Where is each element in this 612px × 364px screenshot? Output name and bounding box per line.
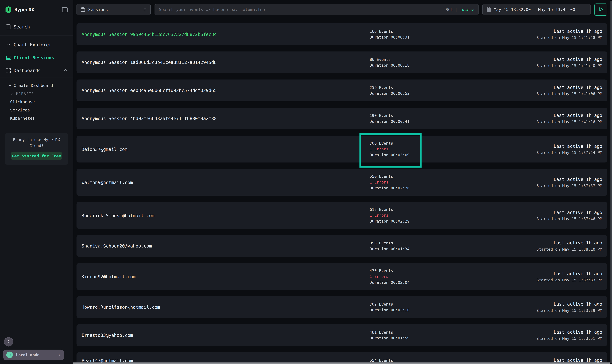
session-times: Last active 1h ago Started on May 15 1:3… [485, 143, 602, 155]
sidebar-item-client-sessions[interactable]: Client Sessions [0, 51, 73, 64]
session-last-active: Last active 1h ago [485, 112, 602, 119]
session-row[interactable]: Ernesto33@yahoo.com 481 Events Duration … [77, 324, 607, 346]
session-row[interactable]: Shaniya.Schoen20@yahoo.com 393 Events Du… [77, 235, 607, 257]
session-duration: Duration 00:00:31 [370, 34, 485, 40]
search-mode-lucene[interactable]: Lucene [459, 7, 474, 12]
sidebar-item-search[interactable]: Search [0, 22, 73, 32]
sidebar-item-label: Client Sessions [14, 55, 54, 60]
cloud-promo-text: Ready to use HyperDX Cloud? [8, 137, 65, 148]
session-stats: 706 Events 1 Errors Duration 00:03:09 [370, 140, 485, 158]
brand-name: HyperDX [14, 7, 62, 13]
session-title: Walton9@hotmail.com [82, 180, 370, 185]
session-started: Started on May 15 1:37:24 PM [485, 150, 602, 155]
session-row[interactable]: Anonymous Session ee03c95e0b68cffd92bc57… [77, 79, 607, 101]
session-errors: 1 Errors [370, 273, 485, 279]
session-times: Last active 1h ago Started on May 15 1:3… [485, 329, 602, 341]
session-times: Last active 1h ago Started on May 15 1:3… [485, 301, 602, 313]
chevron-up-icon[interactable] [64, 69, 68, 72]
vertical-scrollbar[interactable] [611, 1, 612, 363]
session-last-active: Last active 1h ago [485, 143, 602, 150]
session-title: Anonymous Session 1ad066d3c3b41cea381127… [82, 60, 370, 65]
session-times: Last active 1h ago Started on May 15 1:4… [485, 112, 602, 125]
sidebar-item-chart-explorer[interactable]: Chart Explorer [0, 38, 73, 51]
panel-collapse-icon[interactable] [62, 7, 68, 13]
session-title: Anonymous Session 4bd02fe6643aaf44e711f6… [82, 116, 370, 121]
session-events: 86 Events [370, 57, 485, 62]
create-dashboard-label: + Create Dashboard [9, 83, 53, 88]
local-mode-button[interactable]: U Local mode › [3, 350, 64, 360]
session-stats: 702 Events Duration 00:03:10 [370, 301, 485, 313]
session-errors: 1 Errors [370, 146, 485, 152]
search-input[interactable]: Search your events w/ Lucene ex. column:… [154, 4, 478, 15]
source-select[interactable]: Sessions [77, 4, 151, 15]
session-duration: Duration 00:02:26 [370, 185, 485, 191]
horizontal-scrollbar[interactable] [73, 363, 610, 364]
session-last-active: Last active 1h ago [485, 270, 602, 277]
document-list-icon [5, 24, 11, 30]
session-times: Last active 1h ago Started on May 15 1:3… [485, 176, 602, 188]
session-row[interactable]: Walton9@hotmail.com 550 Events 1 Errors … [77, 169, 607, 196]
sidebar-item-dashboards[interactable]: Dashboards [0, 64, 73, 77]
session-started: Started on May 15 1:33:51 PM [485, 336, 602, 341]
session-errors: 1 Errors [370, 179, 485, 185]
session-events: 550 Events [370, 173, 485, 179]
session-last-active: Last active 1h ago [485, 209, 602, 216]
source-select-value: Sessions [88, 7, 143, 12]
session-row[interactable]: Anonymous Session 1ad066d3c3b41cea381127… [77, 52, 607, 73]
session-stats: 618 Events 1 Errors Duration 00:02:29 [370, 207, 485, 224]
app-viewport: HyperDX Search [0, 0, 612, 364]
session-duration: Duration 00:01:59 [370, 335, 485, 341]
session-events: 481 Events [370, 329, 485, 335]
session-row[interactable]: Pearl43@hotmail.com 554 Events Last acti… [77, 352, 607, 364]
search-placeholder: Search your events w/ Lucene ex. column:… [159, 7, 446, 12]
presets-toggle[interactable]: PRESETS [0, 90, 73, 97]
session-events: 618 Events [370, 207, 485, 212]
search-mode-divider: | [455, 7, 458, 12]
session-duration: Duration 00:00:52 [370, 91, 485, 96]
up-down-chevrons-icon [143, 7, 147, 12]
session-started: Started on May 15 1:41:06 PM [485, 91, 602, 97]
session-title: Anonymous Session 9959c464b13dc7637327d8… [82, 32, 370, 37]
session-duration: Duration 00:02:29 [370, 218, 485, 224]
session-title: Roderick_Sipes1@hotmail.com [82, 213, 370, 218]
session-stats: 166 Events Duration 00:00:31 [370, 28, 485, 40]
play-icon [599, 7, 603, 12]
session-last-active: Last active 1h ago [485, 240, 602, 246]
session-row[interactable]: Anonymous Session 9959c464b13dc7637327d8… [77, 24, 607, 45]
session-last-active: Last active 1h ago [485, 301, 602, 308]
session-errors: 1 Errors [370, 212, 485, 218]
session-last-active: Last active 1h ago [485, 56, 602, 63]
get-started-button[interactable]: Get Started for Free [11, 152, 62, 160]
session-stats: 550 Events 1 Errors Duration 00:02:26 [370, 173, 485, 191]
live-tail-button[interactable] [595, 3, 607, 15]
session-stats: 470 Events 1 Errors Duration 00:02:04 [370, 268, 485, 285]
session-stats: 481 Events Duration 00:01:59 [370, 329, 485, 341]
session-row[interactable]: Howard.Runolfsson@hotmail.com 702 Events… [77, 296, 607, 318]
session-duration: Duration 00:00:41 [370, 118, 485, 124]
session-row[interactable]: Kieran92@hotmail.com 470 Events 1 Errors… [77, 263, 607, 290]
presets-label: PRESETS [16, 92, 34, 96]
archive-box-icon [80, 7, 85, 12]
preset-link-services[interactable]: Services [0, 106, 73, 114]
session-stats: 259 Events Duration 00:00:52 [370, 85, 485, 96]
preset-link-clickhouse[interactable]: Clickhouse [0, 97, 73, 106]
search-mode-sql[interactable]: SQL [446, 7, 453, 12]
session-row[interactable]: Roderick_Sipes1@hotmail.com 618 Events 1… [77, 202, 607, 229]
time-range-picker[interactable]: May 15 13:32:00 - May 15 13:42:00 [483, 4, 591, 15]
user-avatar: U [6, 351, 13, 358]
session-times: Last active 1h ago Started on May 15 1:4… [485, 56, 602, 69]
session-title: Ernesto33@yahoo.com [82, 333, 370, 338]
session-row[interactable]: Anonymous Session 4bd02fe6643aaf44e711f6… [77, 108, 607, 129]
session-events: 393 Events [370, 240, 485, 246]
session-row[interactable]: Deion37@gmail.com 706 Events 1 Errors Du… [77, 136, 607, 163]
preset-link-kubernetes[interactable]: Kubernetes [0, 114, 73, 122]
local-mode-label: Local mode [16, 353, 58, 357]
create-dashboard-button[interactable]: + Create Dashboard [0, 81, 73, 90]
session-last-active: Last active 1h ago [485, 84, 602, 91]
session-events: 470 Events [370, 268, 485, 273]
chevron-right-icon: › [58, 352, 61, 358]
session-times: Last active 1h ago Started on May 15 1:3… [485, 270, 602, 283]
session-last-active: Last active 1h ago [485, 329, 602, 336]
grid-layout-icon [5, 67, 11, 74]
help-button[interactable]: ? [4, 337, 13, 347]
